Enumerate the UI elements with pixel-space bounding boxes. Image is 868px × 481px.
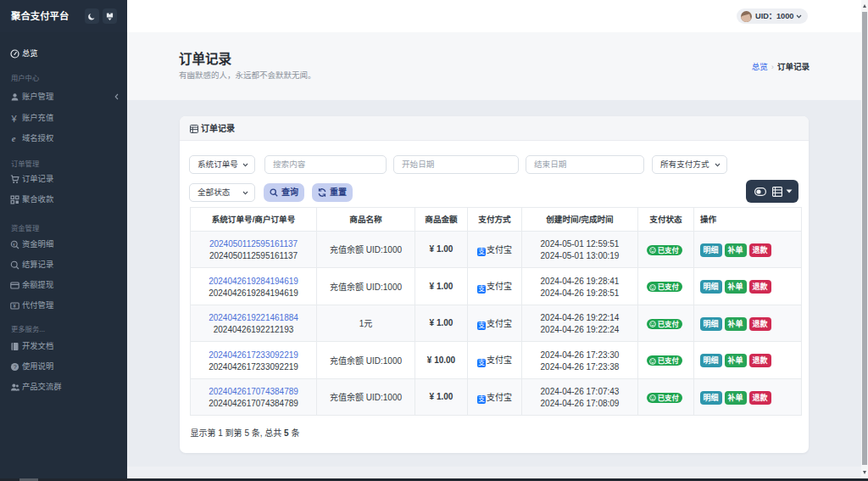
svg-text:e: e (12, 134, 16, 143)
svg-text:¥: ¥ (13, 303, 16, 309)
svg-text:¥: ¥ (13, 242, 16, 247)
svg-text:?: ? (14, 364, 17, 370)
svg-text:¥: ¥ (11, 114, 18, 123)
